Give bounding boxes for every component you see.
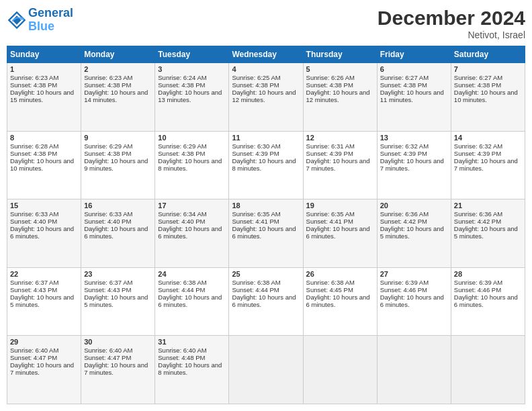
col-saturday: Saturday xyxy=(451,46,525,63)
table-row: 17Sunrise: 6:34 AMSunset: 4:40 PMDayligh… xyxy=(155,199,229,268)
table-row: 30Sunrise: 6:40 AMSunset: 4:47 PMDayligh… xyxy=(81,336,155,404)
daylight-label: Daylight: 10 hours and 5 minutes. xyxy=(454,225,518,240)
table-row: 5Sunrise: 6:26 AMSunset: 4:38 PMDaylight… xyxy=(303,63,377,132)
sunrise-label: Sunrise: 6:37 AM xyxy=(84,279,132,286)
daylight-label: Daylight: 10 hours and 6 minutes. xyxy=(10,225,74,240)
daylight-label: Daylight: 10 hours and 6 minutes. xyxy=(84,225,148,240)
table-row: 27Sunrise: 6:39 AMSunset: 4:46 PMDayligh… xyxy=(377,267,451,336)
day-number: 7 xyxy=(454,65,522,73)
sunrise-label: Sunrise: 6:35 AM xyxy=(232,210,280,218)
sunset-label: Sunset: 4:39 PM xyxy=(380,150,427,157)
table-row: 26Sunrise: 6:38 AMSunset: 4:45 PMDayligh… xyxy=(303,267,377,336)
day-number: 16 xyxy=(84,201,152,210)
table-row: 25Sunrise: 6:38 AMSunset: 4:44 PMDayligh… xyxy=(229,267,303,336)
table-row: 29Sunrise: 6:40 AMSunset: 4:47 PMDayligh… xyxy=(7,336,81,404)
sunrise-label: Sunrise: 6:40 AM xyxy=(10,347,58,354)
table-row: 15Sunrise: 6:33 AMSunset: 4:40 PMDayligh… xyxy=(7,199,81,268)
sunset-label: Sunset: 4:43 PM xyxy=(84,286,131,293)
daylight-label: Daylight: 10 hours and 8 minutes. xyxy=(158,157,222,172)
sunset-label: Sunset: 4:38 PM xyxy=(84,150,131,157)
calendar-table: Sunday Monday Tuesday Wednesday Thursday… xyxy=(7,46,525,404)
daylight-label: Daylight: 10 hours and 12 minutes. xyxy=(306,89,370,103)
sunrise-label: Sunrise: 6:40 AM xyxy=(84,347,132,354)
calendar-week-row: 8Sunrise: 6:28 AMSunset: 4:38 PMDaylight… xyxy=(7,131,525,199)
day-number: 21 xyxy=(454,201,522,210)
daylight-label: Daylight: 10 hours and 7 minutes. xyxy=(306,157,370,172)
day-number: 22 xyxy=(10,270,78,278)
day-number: 13 xyxy=(380,134,448,142)
table-row: 14Sunrise: 6:32 AMSunset: 4:39 PMDayligh… xyxy=(451,131,525,199)
table-row xyxy=(229,336,303,404)
col-tuesday: Tuesday xyxy=(155,46,229,63)
calendar-week-row: 15Sunrise: 6:33 AMSunset: 4:40 PMDayligh… xyxy=(7,199,525,268)
sunrise-label: Sunrise: 6:28 AM xyxy=(10,142,58,150)
sunrise-label: Sunrise: 6:36 AM xyxy=(380,210,429,218)
daylight-label: Daylight: 10 hours and 10 minutes. xyxy=(10,157,74,172)
sunset-label: Sunset: 4:38 PM xyxy=(306,81,353,89)
daylight-label: Daylight: 10 hours and 7 minutes. xyxy=(454,157,518,172)
sunset-label: Sunset: 4:42 PM xyxy=(380,218,427,225)
sunrise-label: Sunrise: 6:38 AM xyxy=(158,279,206,286)
daylight-label: Daylight: 10 hours and 6 minutes. xyxy=(158,293,222,308)
sunrise-label: Sunrise: 6:38 AM xyxy=(306,279,355,286)
table-row xyxy=(303,336,377,404)
table-row: 4Sunrise: 6:25 AMSunset: 4:38 PMDaylight… xyxy=(229,63,303,132)
daylight-label: Daylight: 10 hours and 7 minutes. xyxy=(10,361,74,376)
table-row: 10Sunrise: 6:29 AMSunset: 4:38 PMDayligh… xyxy=(155,131,229,199)
day-number: 26 xyxy=(306,270,374,278)
page: General Blue December 2024 Netivot, Isra… xyxy=(0,0,532,411)
sunrise-label: Sunrise: 6:29 AM xyxy=(158,142,206,150)
sunset-label: Sunset: 4:48 PM xyxy=(158,354,205,361)
sunrise-label: Sunrise: 6:33 AM xyxy=(84,210,132,218)
sunset-label: Sunset: 4:39 PM xyxy=(454,150,501,157)
table-row: 22Sunrise: 6:37 AMSunset: 4:43 PMDayligh… xyxy=(7,267,81,336)
sunset-label: Sunset: 4:41 PM xyxy=(306,218,353,225)
daylight-label: Daylight: 10 hours and 6 minutes. xyxy=(380,293,444,308)
table-row: 16Sunrise: 6:33 AMSunset: 4:40 PMDayligh… xyxy=(81,199,155,268)
logo-text: General Blue xyxy=(28,7,73,34)
sunrise-label: Sunrise: 6:40 AM xyxy=(158,347,206,354)
table-row: 28Sunrise: 6:39 AMSunset: 4:46 PMDayligh… xyxy=(451,267,525,336)
calendar-week-row: 1Sunrise: 6:23 AMSunset: 4:38 PMDaylight… xyxy=(7,63,525,132)
sunrise-label: Sunrise: 6:24 AM xyxy=(158,74,206,81)
sunrise-label: Sunrise: 6:39 AM xyxy=(454,279,502,286)
col-sunday: Sunday xyxy=(7,46,81,63)
day-number: 24 xyxy=(158,270,226,278)
day-number: 14 xyxy=(454,134,522,142)
day-number: 17 xyxy=(158,201,226,210)
daylight-label: Daylight: 10 hours and 6 minutes. xyxy=(306,225,370,240)
sunset-label: Sunset: 4:38 PM xyxy=(380,81,427,89)
day-number: 9 xyxy=(84,134,152,142)
day-number: 4 xyxy=(232,65,300,73)
table-row: 23Sunrise: 6:37 AMSunset: 4:43 PMDayligh… xyxy=(81,267,155,336)
table-row: 1Sunrise: 6:23 AMSunset: 4:38 PMDaylight… xyxy=(7,63,81,132)
sunrise-label: Sunrise: 6:37 AM xyxy=(10,279,58,286)
table-row: 7Sunrise: 6:27 AMSunset: 4:38 PMDaylight… xyxy=(451,63,525,132)
day-number: 28 xyxy=(454,270,522,278)
day-number: 10 xyxy=(158,134,226,142)
day-number: 23 xyxy=(84,270,152,278)
day-number: 8 xyxy=(10,134,78,142)
sunset-label: Sunset: 4:46 PM xyxy=(380,286,427,293)
sunset-label: Sunset: 4:47 PM xyxy=(84,354,131,361)
day-number: 1 xyxy=(10,65,78,73)
day-number: 27 xyxy=(380,270,448,278)
day-number: 19 xyxy=(306,201,374,210)
sunset-label: Sunset: 4:43 PM xyxy=(10,286,57,293)
sunset-label: Sunset: 4:38 PM xyxy=(10,150,57,157)
table-row xyxy=(377,336,451,404)
daylight-label: Daylight: 10 hours and 15 minutes. xyxy=(10,89,74,103)
day-number: 29 xyxy=(10,338,78,346)
daylight-label: Daylight: 10 hours and 7 minutes. xyxy=(380,157,444,172)
daylight-label: Daylight: 10 hours and 6 minutes. xyxy=(158,225,222,240)
day-number: 20 xyxy=(380,201,448,210)
sunset-label: Sunset: 4:38 PM xyxy=(232,81,279,89)
sunrise-label: Sunrise: 6:32 AM xyxy=(454,142,502,150)
title-block: December 2024 Netivot, Israel xyxy=(378,7,525,40)
daylight-label: Daylight: 10 hours and 14 minutes. xyxy=(84,89,148,103)
daylight-label: Daylight: 10 hours and 5 minutes. xyxy=(84,293,148,308)
sunrise-label: Sunrise: 6:31 AM xyxy=(306,142,355,150)
calendar-week-row: 29Sunrise: 6:40 AMSunset: 4:47 PMDayligh… xyxy=(7,336,525,404)
sunrise-label: Sunrise: 6:35 AM xyxy=(306,210,355,218)
sunrise-label: Sunrise: 6:27 AM xyxy=(380,74,429,81)
